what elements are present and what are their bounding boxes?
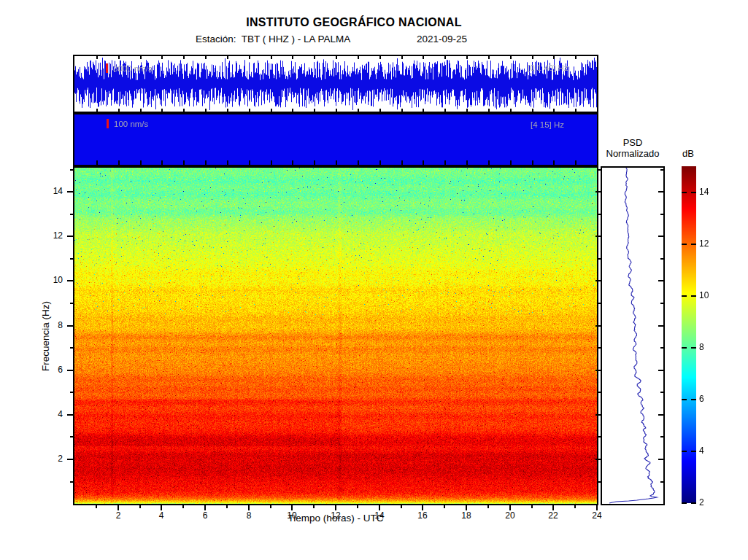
colorbar-tick: [682, 295, 687, 297]
psd-right-tick: [658, 191, 663, 192]
x-minor-tick: [313, 505, 315, 508]
psd-left-tick: [595, 236, 601, 237]
x-major-tick: [552, 505, 554, 510]
psd-left-minor-tick: [598, 258, 601, 260]
colorbar-tick-label: 14: [699, 187, 718, 197]
y-minor-tick: [70, 436, 73, 438]
colorbar-tick-label: 6: [699, 394, 718, 404]
x-tick-label: 2: [108, 510, 128, 521]
x-major-tick: [117, 505, 119, 510]
psd-left-tick: [595, 414, 601, 416]
scale-label-broadband: 3000 nm/s: [113, 64, 153, 73]
psd-left-minor-tick: [598, 214, 601, 215]
x-minor-tick: [487, 505, 489, 508]
colorbar-tick-label: 8: [699, 342, 718, 352]
band-label-filtered: [4 15] Hz: [531, 120, 564, 129]
psd-right-minor-tick: [660, 347, 663, 349]
psd-right-tick: [658, 325, 663, 327]
x-major-tick: [509, 505, 511, 510]
y-minor-tick: [70, 347, 73, 349]
psd-left-minor-tick: [598, 169, 601, 171]
y-tick-label: 12: [42, 230, 63, 241]
colorbar-tick: [691, 295, 696, 297]
x-tick-label: 12: [325, 510, 346, 521]
y-tick-label: 4: [42, 409, 63, 419]
colorbar-tick: [691, 347, 696, 349]
seismogram-broadband-panel: [73, 55, 598, 113]
y-minor-tick: [70, 303, 73, 304]
colorbar-tick: [682, 347, 687, 349]
y-minor-tick: [70, 214, 73, 215]
x-minor-tick: [357, 505, 358, 508]
psd-right-tick: [658, 236, 663, 237]
colorbar-tick: [682, 399, 687, 400]
psd-left-tick: [595, 191, 601, 192]
psd-left-minor-tick: [598, 436, 601, 438]
psd-left-minor-tick: [598, 347, 601, 349]
y-axis-label: Frecuencia (Hz): [40, 301, 51, 371]
psd-curve-canvas: [602, 168, 663, 504]
psd-right-tick: [658, 280, 663, 281]
x-major-tick: [379, 505, 380, 510]
x-major-tick: [204, 505, 206, 510]
colorbar-tick: [691, 451, 696, 452]
psd-right-tick: [658, 370, 663, 371]
colorbar-tick-label: 4: [699, 446, 718, 456]
y-tick-label: 6: [42, 365, 63, 375]
y-major-tick: [67, 459, 73, 460]
date-label: 2021-09-25: [417, 34, 467, 44]
x-tick-label: 8: [239, 510, 259, 521]
colorbar-tick-label: 2: [699, 497, 718, 508]
seismogram-filtered-canvas: [74, 114, 597, 165]
colorbar-tick: [682, 502, 687, 504]
y-minor-tick: [70, 258, 73, 260]
page-title: INSTITUTO GEOGRÁFICO NACIONAL: [246, 16, 462, 29]
psd-right-minor-tick: [660, 481, 663, 483]
x-major-tick: [596, 505, 598, 510]
y-minor-tick: [70, 169, 73, 171]
x-tick-label: 14: [369, 510, 390, 521]
colorbar-tick: [691, 244, 696, 245]
y-tick-label: 2: [42, 454, 63, 464]
psd-left-tick: [595, 325, 601, 327]
psd-left-tick: [595, 370, 601, 371]
x-major-tick: [248, 505, 250, 510]
x-tick-label: 20: [500, 510, 520, 521]
psd-left-minor-tick: [598, 392, 601, 393]
x-minor-tick: [182, 505, 184, 508]
colorbar-tick: [682, 451, 687, 452]
psd-title-line1: PSD: [601, 137, 665, 148]
x-minor-tick: [574, 505, 576, 508]
x-minor-tick: [139, 505, 141, 508]
y-tick-label: 14: [42, 186, 63, 196]
y-tick-label: 8: [42, 320, 63, 330]
x-minor-tick: [531, 505, 533, 508]
spectrogram-canvas: [74, 168, 597, 504]
x-tick-label: 16: [412, 510, 433, 521]
psd-right-tick: [658, 414, 663, 416]
scale-label-filtered: 100 nm/s: [114, 120, 148, 128]
colorbar-canvas: [682, 166, 696, 503]
station-label: Estación: TBT ( HHZ ) - LA PALMA: [196, 34, 350, 44]
x-major-tick: [161, 505, 162, 510]
y-tick-label: 10: [42, 275, 63, 285]
psd-right-minor-tick: [660, 436, 663, 438]
y-major-tick: [67, 414, 73, 416]
x-major-tick: [466, 505, 467, 510]
scale-bar-filtered: [107, 119, 109, 128]
colorbar-tick: [682, 244, 687, 245]
x-tick-label: 18: [456, 510, 477, 521]
psd-left-minor-tick: [598, 303, 601, 304]
psd-left-tick: [595, 280, 601, 281]
psd-right-minor-tick: [660, 258, 663, 260]
psd-right-tick: [658, 459, 663, 460]
x-minor-tick: [401, 505, 402, 508]
x-minor-tick: [226, 505, 228, 508]
seismic-monitor-figure: INSTITUTO GEOGRÁFICO NACIONAL Estación: …: [0, 0, 748, 560]
psd-right-minor-tick: [660, 392, 663, 393]
x-major-tick: [422, 505, 423, 510]
y-major-tick: [67, 280, 73, 281]
colorbar-tick-label: 12: [699, 238, 718, 249]
x-major-tick: [291, 505, 293, 510]
x-tick-label: 4: [151, 510, 171, 521]
